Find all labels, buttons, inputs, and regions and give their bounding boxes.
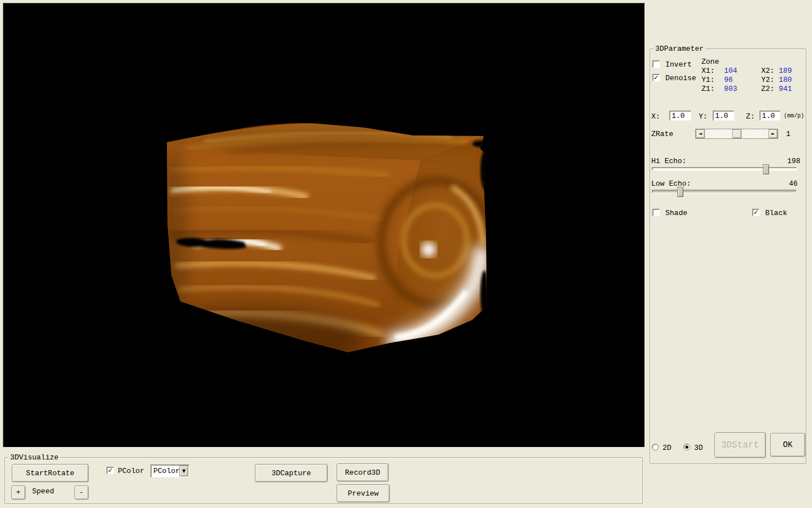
zone-z2-value: 941: [779, 85, 792, 93]
zone-z1-label: Z1:: [701, 85, 714, 93]
mode-2d-label: 2D: [663, 444, 672, 452]
black-label: Black: [765, 209, 787, 217]
zone-x1-label: X1:: [701, 67, 714, 75]
parameter-groupbox-title: 3DParameter: [654, 45, 705, 52]
record3d-button[interactable]: Record3D: [337, 463, 389, 481]
ok-button[interactable]: OK: [770, 433, 805, 457]
zone-y1-value: 96: [724, 76, 733, 84]
zone-z2-label: Z2:: [761, 85, 774, 93]
zrate-label: ZRate: [651, 130, 673, 138]
checkmark: ✓: [654, 74, 659, 81]
hi-echo-slider-thumb[interactable]: [763, 164, 769, 174]
render-viewport[interactable]: [3, 3, 645, 448]
scroll-left-icon[interactable]: ◄: [696, 129, 705, 138]
denoise-checkbox[interactable]: ✓: [652, 74, 660, 81]
y-scale-label: Y:: [699, 113, 708, 120]
y-scale-input[interactable]: [713, 111, 734, 121]
mode-3d-label: 3D: [694, 444, 703, 452]
mode-3d-radio[interactable]: ●: [683, 444, 690, 450]
denoise-label: Denoise: [665, 75, 696, 82]
z-scale-label: Z:: [746, 113, 755, 120]
zrate-scrollbar[interactable]: ◄ ►: [695, 129, 778, 139]
hi-echo-slider-track[interactable]: [652, 167, 797, 170]
pcolor-dropdown-value: PColor: [153, 467, 180, 475]
invert-checkbox[interactable]: [652, 60, 660, 68]
zone-x2-label: X2:: [761, 67, 774, 75]
start-rotate-button[interactable]: StartRotate: [12, 464, 89, 482]
speed-plus-button[interactable]: +: [11, 485, 25, 500]
zone-z1-value: 803: [724, 85, 737, 93]
low-echo-slider-thumb[interactable]: [677, 187, 683, 197]
zone-title: Zone: [701, 58, 719, 65]
checkmark: ✓: [753, 209, 758, 216]
ultrasound-volume: [3, 3, 645, 447]
chevron-down-icon[interactable]: ▼: [179, 466, 188, 476]
speed-minus-button[interactable]: -: [74, 485, 89, 500]
black-checkbox[interactable]: ✓: [752, 209, 760, 216]
low-echo-label: Low Echo:: [651, 180, 691, 187]
shade-label: Shade: [665, 209, 687, 217]
visualize-groupbox-title: 3DVisualize: [8, 454, 60, 461]
hi-echo-label: Hi Echo:: [651, 157, 686, 165]
pcolor-label: PColor: [118, 467, 144, 475]
low-echo-value: 46: [789, 180, 798, 187]
scale-unit-label: (mm/p): [784, 112, 804, 120]
zrate-value: 1: [786, 130, 791, 138]
zone-x1-value: 104: [724, 67, 737, 75]
zone-y2-label: Y2:: [761, 76, 774, 84]
pcolor-checkbox[interactable]: ✓: [107, 467, 114, 474]
x-scale-label: X:: [651, 113, 660, 120]
scroll-right-icon[interactable]: ►: [769, 129, 778, 138]
3dcapture-button[interactable]: 3DCapture: [255, 464, 328, 482]
speed-label: Speed: [32, 488, 54, 495]
3dstart-button[interactable]: 3DStart: [714, 432, 766, 458]
x-scale-input[interactable]: [669, 111, 691, 121]
zone-x2-value: 189: [779, 67, 792, 75]
mode-2d-radio[interactable]: [652, 444, 659, 450]
zone-y2-value: 180: [779, 76, 792, 84]
radio-dot: ●: [685, 445, 689, 449]
zone-y1-label: Y1:: [701, 76, 714, 84]
z-scale-input[interactable]: [760, 111, 780, 121]
checkmark: ✓: [108, 467, 113, 474]
pcolor-dropdown[interactable]: PColor ▼: [151, 465, 189, 478]
low-echo-slider-track[interactable]: [652, 190, 797, 193]
bright-spot: [421, 242, 436, 257]
zrate-scrollbar-thumb[interactable]: [732, 129, 742, 138]
preview-button[interactable]: Preview: [337, 484, 390, 502]
shade-checkbox[interactable]: [652, 209, 660, 216]
hi-echo-value: 198: [787, 157, 800, 165]
invert-label: Invert: [665, 61, 692, 68]
